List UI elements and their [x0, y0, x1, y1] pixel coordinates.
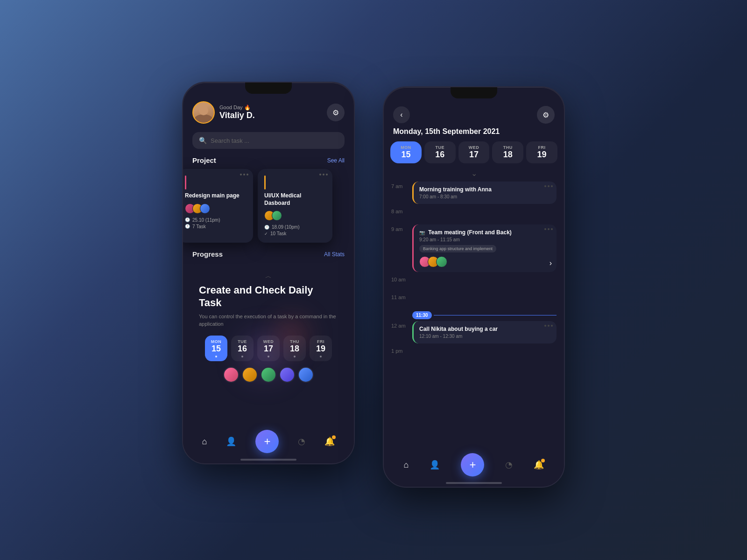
stats-nav-icon[interactable]: ◔: [298, 436, 305, 447]
chevron-down-icon: ⌄: [384, 169, 564, 178]
day-item-thu[interactable]: THU 18: [283, 336, 306, 361]
day-thu-right[interactable]: THU 18: [492, 141, 523, 163]
day-number: 18: [503, 150, 513, 160]
event-call-nikita[interactable]: Call Nikita about buying a car 12:10 am …: [412, 321, 557, 343]
event-title: Call Nikita about buying a car: [419, 326, 551, 332]
users-row: [199, 367, 338, 383]
see-all-link[interactable]: See All: [327, 157, 345, 164]
time-row-8am: 8 am: [391, 207, 557, 224]
day-label: TUE: [238, 339, 247, 344]
profile-nav-icon[interactable]: 👤: [226, 436, 236, 447]
day-label: TUE: [435, 145, 444, 150]
time-content-9am: 📷 Team meating (Front and Back) 9:20 am …: [412, 224, 557, 274]
day-label: WED: [263, 339, 274, 344]
day-number: 19: [537, 150, 547, 160]
event-dots: [544, 228, 553, 230]
user-avatar-3: [261, 367, 276, 383]
notch: [245, 83, 292, 94]
day-number: 19: [316, 344, 325, 354]
event-team-meeting[interactable]: 📷 Team meating (Front and Back) 9:20 am …: [412, 224, 557, 272]
day-dot: [294, 356, 296, 357]
day-number: 17: [469, 150, 479, 160]
back-button[interactable]: ‹: [393, 106, 410, 123]
day-label: FRI: [538, 145, 546, 150]
progress-section-header: Progress All Stats: [183, 246, 354, 261]
header-text: Good Day 🔥 Vitaliy D.: [219, 105, 327, 120]
event-time: 12:10 am - 12:30 am: [419, 334, 551, 339]
all-stats-link[interactable]: All Stats: [324, 251, 345, 258]
time-label-1pm: 1 pm: [391, 346, 412, 354]
day-dot: [215, 356, 217, 357]
clock-icon: 🕐: [264, 225, 269, 230]
time-row-9am: 9 am 📷 Team meating (Front and Back) 9:2…: [391, 224, 557, 274]
day-item-wed[interactable]: WED 17: [257, 336, 280, 361]
expand-arrow[interactable]: ›: [550, 259, 552, 267]
settings-button-right[interactable]: ⚙: [537, 106, 555, 124]
day-item-tue[interactable]: TUE 16: [231, 336, 254, 361]
day-item-fri[interactable]: FRI 19: [310, 336, 332, 361]
project-cards: Redesign main page 🕐 25.10 (11pm) 🕐 7 Ta…: [188, 167, 354, 243]
event-avatar: [436, 256, 447, 267]
time-row-7am: 7 am Morning training with Anna 7:00 am …: [391, 182, 557, 206]
profile-nav-icon-right[interactable]: 👤: [430, 460, 440, 470]
project-avatars-2: [264, 210, 326, 221]
progress-section: Progress All Stats ︿ Create and Check Da…: [183, 246, 354, 425]
project-card-2[interactable]: UI/UX Medical Dasboard 🕐 18.09 (10pm) ✓ …: [258, 169, 332, 243]
project-name-1: Redesign main page: [185, 192, 247, 200]
progress-card: ︿ Create and Check Daily Task You can co…: [190, 263, 347, 423]
notch-right: [451, 87, 497, 98]
project-tasks-1: 7 Task: [192, 224, 206, 229]
time-line: [434, 315, 557, 316]
event-title: 📷 Team meating (Front and Back): [419, 229, 551, 236]
event-dots: [544, 325, 553, 327]
day-fri-right[interactable]: FRI 19: [526, 141, 557, 163]
event-morning-training[interactable]: Morning training with Anna 7:00 am - 8:3…: [412, 182, 557, 204]
greeting-text: Good Day 🔥: [219, 105, 327, 111]
notifications-nav-icon-right[interactable]: 🔔: [534, 460, 544, 470]
left-header: Good Day 🔥 Vitaliy D. ⚙: [183, 96, 354, 128]
home-nav-icon[interactable]: ⌂: [202, 437, 207, 447]
chevron-up-icon: ︿: [199, 272, 338, 280]
day-dot: [241, 356, 243, 357]
user-avatar-1: [223, 367, 239, 383]
user-avatar-5: [298, 367, 314, 383]
home-indicator: [240, 459, 296, 461]
search-bar[interactable]: 🔍 Search task ...: [192, 132, 345, 149]
day-item-mon[interactable]: MON 15: [205, 336, 227, 361]
bottom-nav-right: ⌂ 👤 + ◔ 🔔: [384, 448, 564, 482]
day-mon-right[interactable]: MON 15: [390, 141, 422, 163]
projects-section-header: Project See All: [183, 153, 354, 167]
project-name-2: UI/UX Medical Dasboard: [264, 192, 326, 207]
project-date-1: 25.10 (11pm): [192, 217, 220, 223]
add-button[interactable]: +: [255, 430, 279, 453]
project-date-2: 18.09 (10pm): [272, 224, 299, 230]
right-phone: ‹ ⚙ Monday, 15th September 2021 MON 15 T…: [383, 86, 565, 488]
settings-button[interactable]: ⚙: [327, 104, 345, 121]
event-time: 7:00 am - 8:30 am: [419, 194, 551, 199]
projects-title: Project: [192, 156, 216, 164]
stats-nav-icon-right[interactable]: ◔: [505, 460, 513, 470]
user-avatar-2: [242, 367, 258, 383]
project-meta-2: 🕐 18.09 (10pm) ✓ 10 Task: [264, 224, 326, 236]
notifications-nav-icon[interactable]: 🔔: [324, 436, 335, 447]
home-nav-icon-right[interactable]: ⌂: [404, 460, 409, 470]
project-dots-1: [240, 174, 248, 175]
progress-title: Progress: [192, 250, 223, 258]
avatar[interactable]: [192, 101, 215, 124]
day-number: 17: [264, 344, 273, 354]
time-row-11am: 11 am: [391, 293, 557, 309]
search-icon: 🔍: [199, 137, 207, 144]
video-icon: 📷: [419, 230, 425, 235]
day-tue-right[interactable]: TUE 16: [424, 141, 456, 163]
timeline: 7 am Morning training with Anna 7:00 am …: [384, 182, 564, 448]
event-title: Morning training with Anna: [419, 186, 551, 193]
day-label: MON: [401, 145, 411, 150]
day-wed-right[interactable]: WED 17: [458, 141, 490, 163]
clock-icon: 🕐: [185, 217, 190, 222]
day-number: 16: [238, 344, 247, 354]
add-button-right[interactable]: +: [461, 453, 484, 476]
time-content-7am: Morning training with Anna 7:00 am - 8:3…: [412, 182, 557, 206]
project-card-1[interactable]: Redesign main page 🕐 25.10 (11pm) 🕐 7 Ta…: [183, 169, 253, 243]
notification-badge-right: [541, 459, 545, 462]
time-label-7am: 7 am: [391, 182, 412, 189]
